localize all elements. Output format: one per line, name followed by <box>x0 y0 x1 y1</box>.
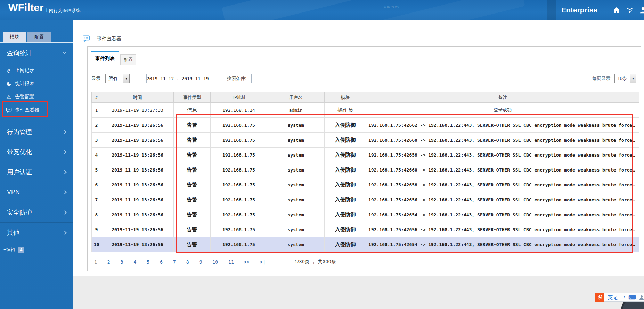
search-input[interactable] <box>251 74 300 83</box>
cell-ip: 192.168.1.75 <box>211 133 267 148</box>
user-icon[interactable] <box>639 6 644 14</box>
page-link-7[interactable]: 7 <box>173 259 176 265</box>
cell-time: 2019-11-19 13:26:56 <box>101 177 174 192</box>
sidebar-tab-modules[interactable]: 模块 <box>3 32 26 42</box>
sogou-logo-icon[interactable]: S <box>595 293 604 302</box>
table-row[interactable]: 92019-11-19 13:26:56告警192.168.1.75system… <box>92 222 639 237</box>
table-row[interactable]: 82019-11-19 13:26:56告警192.168.1.75system… <box>92 207 639 222</box>
page-link-9[interactable]: 9 <box>199 259 202 265</box>
event-type-value: 所有 <box>106 74 123 83</box>
cell-module: 入侵防御 <box>325 118 366 133</box>
date-to-input[interactable] <box>181 74 209 83</box>
ime-punctuation-toggle[interactable]: ’ <box>623 295 625 300</box>
cell-user: system <box>267 133 325 148</box>
moon-icon[interactable] <box>616 295 620 300</box>
sidebar-edit-row[interactable]: +编辑 4 <box>3 247 24 253</box>
cell-index: 5 <box>92 162 101 177</box>
sidebar-group-2[interactable]: 带宽优化 <box>0 142 73 162</box>
page-link-10[interactable]: 10 <box>212 259 218 265</box>
sidebar-item-上网记录[interactable]: e上网记录 <box>0 64 73 77</box>
page-link-4[interactable]: 4 <box>133 259 136 265</box>
cell-user: system <box>267 222 325 237</box>
page-link-2[interactable]: 2 <box>107 259 110 265</box>
edition-label: Enterprise <box>561 6 597 14</box>
cell-time: 2019-11-19 13:26:56 <box>101 207 174 222</box>
sidebar-item-统计报表[interactable]: 统计报表 <box>0 77 73 90</box>
per-page-select[interactable]: 10条 ▼ <box>614 74 636 83</box>
chevron-right-icon <box>63 231 66 234</box>
sidebar-item-label: 告警配置 <box>15 94 34 100</box>
sidebar-item-事件查看器[interactable]: 事件查看器 <box>0 103 73 117</box>
sidebar-group-5[interactable]: 安全防护 <box>0 202 73 222</box>
sidebar-group-0[interactable]: 查询统计 <box>0 43 73 63</box>
page-next-button[interactable]: >> <box>244 259 250 265</box>
cell-event-type: 告警 <box>174 222 211 237</box>
date-from-input[interactable] <box>146 74 174 83</box>
page-jump-input[interactable] <box>276 258 288 266</box>
logo-subtitle: 上网行为管理系统 <box>44 8 81 13</box>
cell-index: 2 <box>92 118 101 133</box>
table-row[interactable]: 42019-11-19 13:26:56告警192.168.1.75system… <box>92 148 639 162</box>
cell-remark: 192.168.1.75:42662 -> 192.168.1.22:443, … <box>366 118 639 133</box>
cell-remark: 登录成功 <box>366 103 639 118</box>
sidebar-nav: 查询统计e上网记录统计报表⚠告警配置事件查看器行为管理带宽优化用户认证VPN安全… <box>0 43 73 242</box>
table-row[interactable]: 62019-11-19 13:26:56告警192.168.1.75system… <box>92 177 639 192</box>
cell-user: system <box>267 177 325 192</box>
page-link-3[interactable]: 3 <box>121 259 123 265</box>
cell-module: 入侵防御 <box>325 207 366 222</box>
ie-icon: e <box>5 67 13 74</box>
table-row[interactable]: 32019-11-19 13:26:56告警192.168.1.75system… <box>92 133 639 148</box>
sidebar-group-3[interactable]: 用户认证 <box>0 162 73 182</box>
per-page-label: 每页显示: <box>592 75 612 82</box>
page-title: 事件查看器 <box>97 36 121 42</box>
cell-time: 2019-11-19 13:26:56 <box>101 133 174 148</box>
edit-label: +编辑 <box>3 247 15 253</box>
table-row[interactable]: 102019-11-19 13:26:56告警192.168.1.75syste… <box>92 237 639 252</box>
app-logo: WFilter上网行为管理系统 <box>8 2 81 14</box>
cell-remark: 192.168.1.75:42658 -> 192.168.1.22:443, … <box>366 148 639 162</box>
search-label: 搜索条件: <box>227 75 246 82</box>
cell-ip: 192.168.1.75 <box>211 237 267 252</box>
page-current: 1 <box>94 259 97 265</box>
alert-icon: ⚠ <box>5 94 13 100</box>
sidebar-item-label: 上网记录 <box>15 67 34 74</box>
page-link-8[interactable]: 8 <box>186 259 189 265</box>
sidebar-group-6[interactable]: 其他 <box>0 222 73 242</box>
header-texture <box>547 0 556 20</box>
chevron-right-icon <box>63 150 66 154</box>
cell-ip: 192.168.1.75 <box>211 222 267 237</box>
cell-index: 3 <box>92 133 101 148</box>
cell-ip: 192.168.1.24 <box>211 103 267 118</box>
page-last-button[interactable]: >| <box>260 259 266 265</box>
sidebar-item-告警配置[interactable]: ⚠告警配置 <box>0 90 73 103</box>
sidebar-group-1[interactable]: 行为管理 <box>0 122 73 142</box>
table-row[interactable]: 72019-11-19 13:26:56告警192.168.1.75system… <box>92 192 639 207</box>
table-row[interactable]: 52019-11-19 13:26:56告警192.168.1.75system… <box>92 162 639 177</box>
table-row[interactable]: 22019-11-19 13:26:56告警192.168.1.75system… <box>92 118 639 133</box>
cell-module: 入侵防御 <box>325 222 366 237</box>
ime-language-toggle[interactable]: 英 <box>608 294 612 301</box>
cell-time: 2019-11-19 13:26:56 <box>101 118 174 133</box>
date-range-separator: - <box>177 76 178 81</box>
table-row[interactable]: 12019-11-19 13:27:33信息192.168.1.24admin操… <box>92 103 639 118</box>
wifi-icon[interactable] <box>626 6 634 14</box>
event-type-select[interactable]: 所有 ▼ <box>105 74 130 83</box>
chevron-right-icon <box>63 190 66 194</box>
chevron-right-icon <box>63 210 66 214</box>
tab-event-list[interactable]: 事件列表 <box>91 51 119 65</box>
chart-icon <box>5 81 13 87</box>
tab-config[interactable]: 配置 <box>120 54 136 65</box>
ime-user-icon[interactable] <box>639 295 644 300</box>
sidebar-tab-config[interactable]: 配置 <box>27 32 51 42</box>
keyboard-icon[interactable]: ⌨ <box>628 294 636 301</box>
home-icon[interactable] <box>613 6 620 14</box>
cell-remark: 192.168.1.75:42654 -> 192.168.1.22:443, … <box>366 237 639 252</box>
page-link-5[interactable]: 5 <box>147 259 149 265</box>
page-link-11[interactable]: 11 <box>228 259 234 265</box>
sidebar-group-4[interactable]: VPN <box>0 182 73 202</box>
sidebar: 模块 配置 查询统计e上网记录统计报表⚠告警配置事件查看器行为管理带宽优化用户认… <box>0 20 73 309</box>
page-link-6[interactable]: 6 <box>160 259 163 265</box>
cell-user: system <box>267 207 325 222</box>
column-header-3: IP地址 <box>211 92 267 103</box>
cell-user: admin <box>267 103 325 118</box>
